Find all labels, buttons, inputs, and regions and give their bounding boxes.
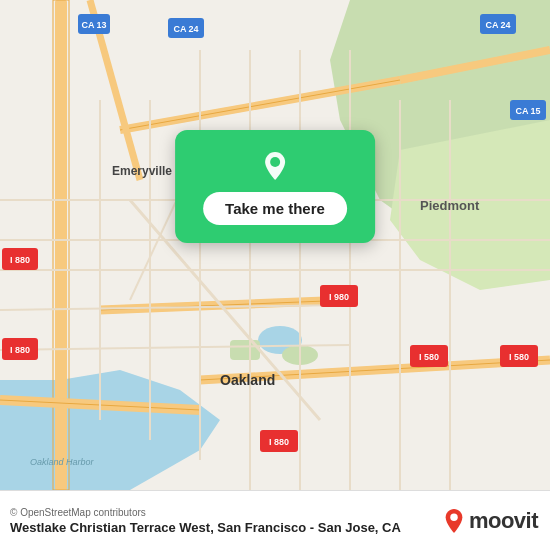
- moovit-logo: moovit: [443, 508, 538, 534]
- moovit-pin-icon: [443, 508, 465, 534]
- svg-text:CA 15: CA 15: [515, 106, 540, 116]
- location-popup: Take me there: [175, 130, 375, 243]
- svg-point-59: [270, 157, 280, 167]
- svg-text:Piedmont: Piedmont: [420, 198, 480, 213]
- svg-text:Oakland: Oakland: [220, 372, 275, 388]
- svg-text:I 880: I 880: [10, 345, 30, 355]
- take-me-there-button[interactable]: Take me there: [203, 192, 347, 225]
- svg-text:I 880: I 880: [269, 437, 289, 447]
- svg-text:CA 24: CA 24: [485, 20, 510, 30]
- svg-text:CA 24: CA 24: [173, 24, 198, 34]
- location-pin-icon: [257, 148, 293, 184]
- bottom-bar: © OpenStreetMap contributors Westlake Ch…: [0, 490, 550, 550]
- copyright-text: © OpenStreetMap contributors: [10, 507, 401, 518]
- moovit-wordmark: moovit: [469, 508, 538, 534]
- svg-text:CA 13: CA 13: [81, 20, 106, 30]
- location-text: Westlake Christian Terrace West, San Fra…: [10, 520, 401, 535]
- svg-rect-7: [55, 0, 67, 490]
- svg-text:I 980: I 980: [329, 292, 349, 302]
- svg-point-60: [450, 513, 457, 520]
- svg-text:I 580: I 580: [419, 352, 439, 362]
- svg-text:Emeryville: Emeryville: [112, 164, 172, 178]
- svg-text:I 880: I 880: [10, 255, 30, 265]
- svg-rect-6: [230, 340, 260, 360]
- map-view[interactable]: CA 13 CA 24 CA 24 I 880 I 880 I 880 I 98…: [0, 0, 550, 490]
- svg-text:I 580: I 580: [509, 352, 529, 362]
- svg-text:Oakland Harbor: Oakland Harbor: [30, 457, 95, 467]
- location-info: © OpenStreetMap contributors Westlake Ch…: [10, 507, 401, 535]
